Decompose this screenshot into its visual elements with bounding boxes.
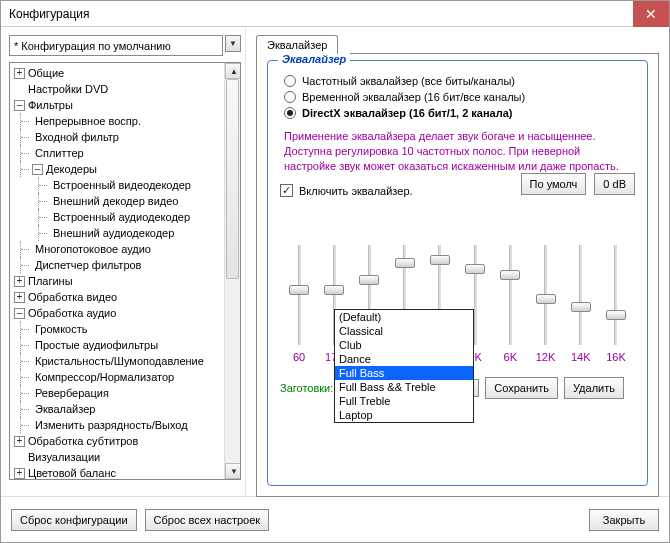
eq-band-slider[interactable] [293,245,305,345]
save-preset-button[interactable]: Сохранить [485,377,558,399]
delete-preset-button[interactable]: Удалить [564,377,624,399]
tab-equalizer[interactable]: Эквалайзер [256,35,338,54]
tree-item-label: Встроенный аудиодекодер [53,209,190,225]
expand-icon[interactable]: + [14,468,25,479]
slider-thumb[interactable] [395,258,415,268]
slider-thumb[interactable] [430,255,450,265]
tree-item[interactable]: Громкость [12,321,238,337]
collapse-icon[interactable]: – [32,164,43,175]
tree-item[interactable]: Диспетчер фильтров [12,257,238,273]
group-title: Эквалайзер [278,53,350,65]
preset-label: Заготовки: [280,382,333,394]
tree-item-label: Визуализации [28,449,100,465]
window-title: Конфигурация [9,7,90,21]
slider-thumb[interactable] [465,264,485,274]
tree-item-label: Декодеры [46,161,97,177]
tree-item[interactable]: Компрессор/Нормализатор [12,369,238,385]
slider-thumb[interactable] [536,294,556,304]
tree-item[interactable]: Реверберация [12,385,238,401]
enable-equalizer-checkbox[interactable]: ✓ [280,184,293,197]
scrollbar[interactable]: ▲ ▼ [224,63,240,479]
eq-mode-radio[interactable] [284,75,296,87]
eq-band-slider[interactable] [504,245,516,345]
tree-item-label: Эквалайзер [35,401,95,417]
eq-mode-radio[interactable] [284,107,296,119]
expand-icon[interactable]: + [14,436,25,447]
eq-band-label: 6K [504,351,517,363]
close-button[interactable]: Закрыть [589,509,659,531]
tree-item[interactable]: Визуализации [12,449,238,465]
tree-item[interactable]: + Общие [12,65,238,81]
tree-item[interactable]: Простые аудиофильтры [12,337,238,353]
tree-item-label: Общие [28,65,64,81]
expand-icon[interactable]: + [14,292,25,303]
preset-option[interactable]: (Default) [335,310,473,324]
tree-item[interactable]: Встроенный аудиодекодер [12,209,238,225]
tree-item[interactable]: Эквалайзер [12,401,238,417]
equalizer-description: Применение эквалайзера делает звук богач… [284,129,631,174]
tree-item[interactable]: Встроенный видеодекодер [12,177,238,193]
eq-band-label: 16K [606,351,626,363]
reset-all-button[interactable]: Сброс всех настроек [145,509,270,531]
preset-option[interactable]: Full Bass [335,366,473,380]
collapse-icon[interactable]: – [14,100,25,111]
scroll-up-icon[interactable]: ▲ [225,63,241,79]
tree-item-label: Сплиттер [35,145,84,161]
preset-option[interactable]: Full Bass && Treble [335,380,473,394]
tree-item[interactable]: Входной фильтр [12,129,238,145]
tree-item[interactable]: Настройки DVD [12,81,238,97]
chevron-down-icon[interactable]: ▼ [225,35,241,52]
config-combo[interactable]: * Конфигурация по умолчанию [9,35,223,56]
tree-item-label: Внешний декодер видео [53,193,178,209]
tree-item[interactable]: Сплиттер [12,145,238,161]
default-button[interactable]: По умолч [521,173,587,195]
zero-db-button[interactable]: 0 dB [594,173,635,195]
tree-item[interactable]: + Обработка субтитров [12,433,238,449]
preset-dropdown-list[interactable]: (Default)ClassicalClubDanceFull BassFull… [334,309,474,423]
eq-band-label: 60 [293,351,305,363]
tree-item[interactable]: Кристальность/Шумоподавление [12,353,238,369]
tree-item-label: Внешний аудиодекодер [53,225,174,241]
tree-item[interactable]: Внешний декодер видео [12,193,238,209]
preset-option[interactable]: Full Treble [335,394,473,408]
tree-item-label: Плагины [28,273,73,289]
tree-item-label: Обработка аудио [28,305,116,321]
tree-item-label: Настройки DVD [28,81,108,97]
slider-thumb[interactable] [606,310,626,320]
slider-thumb[interactable] [500,270,520,280]
close-icon[interactable]: ✕ [633,1,669,27]
tree-item-label: Встроенный видеодекодер [53,177,191,193]
preset-option[interactable]: Laptop [335,408,473,422]
scroll-thumb[interactable] [226,79,239,279]
tree-item[interactable]: – Фильтры [12,97,238,113]
tree-item[interactable]: + Цветовой баланс [12,465,238,480]
tree-item[interactable]: + Плагины [12,273,238,289]
tree-item[interactable]: Внешний аудиодекодер [12,225,238,241]
eq-band-label: 12K [536,351,556,363]
preset-option[interactable]: Dance [335,352,473,366]
tree-item[interactable]: + Обработка видео [12,289,238,305]
reset-config-button[interactable]: Сброс конфигурации [11,509,137,531]
scroll-down-icon[interactable]: ▼ [225,463,241,479]
expand-icon[interactable]: + [14,276,25,287]
collapse-icon[interactable]: – [14,308,25,319]
slider-thumb[interactable] [359,275,379,285]
tree-item-label: Громкость [35,321,87,337]
eq-band-slider[interactable] [610,245,622,345]
preset-option[interactable]: Classical [335,324,473,338]
eq-band-slider[interactable] [575,245,587,345]
tree-item[interactable]: – Обработка аудио [12,305,238,321]
titlebar: Конфигурация ✕ [1,1,669,27]
expand-icon[interactable]: + [14,68,25,79]
preset-option[interactable]: Club [335,338,473,352]
tree-item[interactable]: Многопотоковое аудио [12,241,238,257]
tree-item-label: Кристальность/Шумоподавление [35,353,204,369]
eq-band-slider[interactable] [540,245,552,345]
slider-thumb[interactable] [289,285,309,295]
tree-item[interactable]: – Декодеры [12,161,238,177]
slider-thumb[interactable] [571,302,591,312]
slider-thumb[interactable] [324,285,344,295]
eq-mode-radio[interactable] [284,91,296,103]
tree-item[interactable]: Изменить разрядность/Выход [12,417,238,433]
tree-item[interactable]: Непрерывное воспр. [12,113,238,129]
